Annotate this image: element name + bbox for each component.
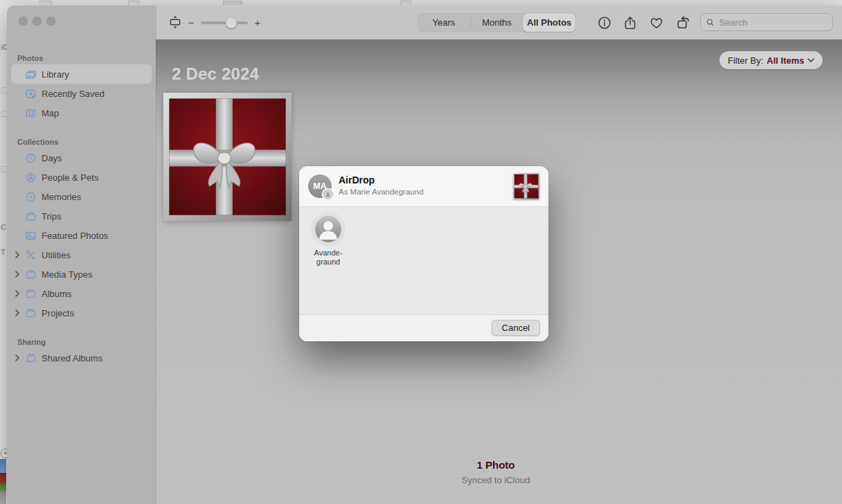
zoom-out-button[interactable]: − (187, 17, 195, 28)
map-icon (25, 107, 37, 119)
sidebar-item-label: Projects (42, 308, 74, 318)
airdrop-footer: Cancel (299, 314, 548, 341)
photo-grid-area: 2 Dec 2024 Filter By: All Items 1 Photo … (156, 39, 842, 504)
sidebar-item-utilities[interactable]: Utilities (11, 245, 152, 264)
clipped-photo-fragment (0, 459, 6, 473)
view-segmented-control: Years Months All Photos (418, 13, 575, 32)
sidebar-item-label: Library (42, 69, 69, 80)
memories-icon (25, 191, 37, 203)
screenshot-root: iC C T + (0, 0, 842, 504)
search-field[interactable] (700, 13, 833, 31)
rotate-icon[interactable] (675, 15, 690, 30)
chevron-right-icon[interactable] (14, 290, 21, 297)
filter-value: All Items (767, 55, 804, 66)
sidebar-section-photos: Photos (7, 54, 156, 62)
clipped-photo-fragment (0, 492, 6, 504)
clipped-photo-fragment (0, 483, 6, 492)
chevron-right-icon[interactable] (14, 354, 21, 361)
sidebar-section-collections: Collections (7, 138, 156, 146)
clipped-text-fragment: iC (1, 43, 7, 51)
sidebar-item-memories[interactable]: Memories (11, 187, 152, 206)
cancel-button[interactable]: Cancel (492, 320, 540, 336)
zoom-button[interactable] (46, 17, 55, 26)
search-input[interactable] (717, 17, 827, 28)
sidebar-item-label: Days (42, 153, 62, 163)
sidebar-item-recently-saved[interactable]: Recently Saved (11, 84, 152, 103)
background-window-top-sliver (0, 0, 842, 6)
sidebar-item-days[interactable]: Days (11, 148, 152, 168)
chevron-down-icon (807, 58, 814, 63)
date-header: 2 Dec 2024 (172, 64, 259, 84)
photo-thumbnail-gift[interactable] (163, 93, 292, 221)
background-fragment (223, 1, 242, 5)
contact-name: Avande- graund (314, 249, 343, 267)
clipped-text-fragment: C (1, 223, 6, 231)
airdrop-contacts-area: Avande- graund (299, 207, 548, 315)
clipped-icon-fragment (1, 166, 7, 172)
chevron-right-icon[interactable] (14, 251, 21, 258)
tab-years[interactable]: Years (418, 13, 470, 32)
utilities-icon (25, 249, 37, 261)
sidebar-item-label: Albums (42, 289, 71, 299)
photos-window: Photos Library Recently Saved Map Collec… (7, 6, 842, 504)
filter-label: Filter By: (728, 55, 763, 66)
sidebar-item-label: Media Types (42, 269, 92, 280)
shared-albums-icon (25, 352, 37, 364)
library-status: 1 Photo Synced to iCloud (156, 459, 835, 485)
airdrop-contact[interactable]: Avande- graund (302, 216, 355, 267)
clipped-icon-fragment (1, 111, 7, 117)
clipped-plus-icon: + (1, 449, 7, 458)
shared-photo-thumbnail (513, 173, 539, 199)
close-button[interactable] (19, 17, 28, 26)
sidebar-item-label: People & Pets (42, 172, 98, 183)
zoom-slider-knob[interactable] (226, 17, 237, 28)
sidebar-item-label: Map (42, 108, 59, 118)
contact-avatar-person-icon[interactable] (315, 216, 341, 242)
airdrop-subtitle: As Marie Avandegraund (339, 188, 424, 196)
sidebar-item-label: Memories (42, 192, 81, 202)
share-icon[interactable] (622, 15, 638, 30)
sidebar-item-media-types[interactable]: Media Types (11, 264, 152, 284)
sidebar-item-shared-albums[interactable]: Shared Albums (11, 348, 152, 368)
background-window-left-sliver: iC C T + (0, 6, 7, 504)
aspect-ratio-icon[interactable] (168, 15, 183, 30)
airdrop-header: MA AirDrop As Marie Avandegraund (299, 166, 548, 207)
clipped-icon-fragment (1, 87, 7, 93)
zoom-slider[interactable] (201, 21, 248, 24)
photo-count: 1 Photo (156, 459, 835, 471)
toolbar: − + Years Months All Photos (156, 6, 842, 39)
tab-months[interactable]: Months (471, 13, 523, 32)
filter-by-dropdown[interactable]: Filter By: All Items (719, 51, 823, 69)
featured-photos-icon (25, 230, 37, 242)
sidebar-item-trips[interactable]: Trips (11, 206, 152, 226)
sidebar-item-people-pets[interactable]: People & Pets (11, 168, 152, 187)
zoom-in-button[interactable]: + (253, 17, 262, 28)
sidebar-item-map[interactable]: Map (11, 103, 152, 123)
sync-status: Synced to iCloud (156, 475, 835, 485)
minimize-button[interactable] (33, 17, 42, 26)
window-controls (19, 17, 55, 26)
sidebar-item-label: Recently Saved (42, 89, 105, 99)
chevron-right-icon[interactable] (14, 309, 21, 316)
sidebar-item-label: Trips (42, 211, 61, 222)
sidebar-item-library[interactable]: Library (11, 64, 152, 84)
contact-name-line2: graund (314, 258, 343, 267)
airdrop-title: AirDrop (339, 174, 375, 186)
sidebar-section-sharing: Sharing (7, 338, 156, 346)
sidebar-item-label: Featured Photos (42, 231, 108, 241)
sidebar-item-albums[interactable]: Albums (11, 284, 152, 303)
sidebar-item-projects[interactable]: Projects (11, 303, 152, 323)
clipped-text-fragment: T (1, 248, 6, 256)
chevron-right-icon[interactable] (14, 271, 21, 278)
tab-all-photos[interactable]: All Photos (523, 13, 575, 32)
sidebar-item-label: Utilities (42, 250, 71, 260)
contact-name-line1: Avande- (314, 249, 343, 258)
favorite-heart-icon[interactable] (649, 15, 664, 30)
clipped-photo-fragment (0, 473, 6, 483)
library-icon (25, 69, 37, 80)
sidebar-item-label: Shared Albums (42, 353, 102, 363)
days-icon (25, 152, 37, 164)
gift-photo (163, 93, 292, 221)
sidebar-item-featured-photos[interactable]: Featured Photos (11, 226, 152, 245)
info-icon[interactable] (597, 15, 612, 30)
